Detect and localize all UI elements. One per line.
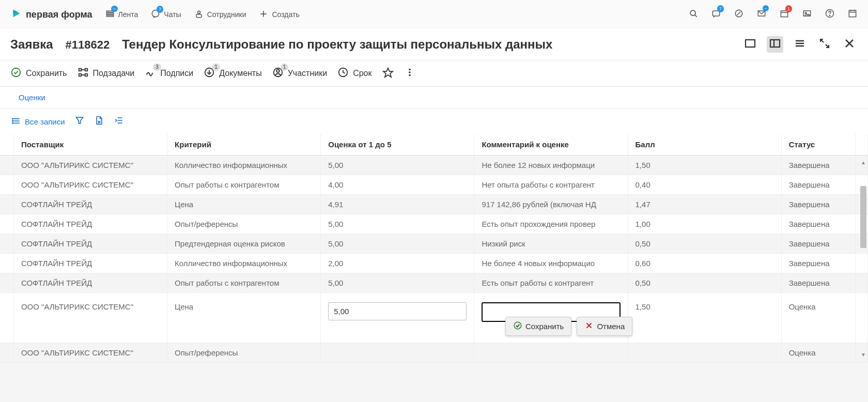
svg-rect-21 — [849, 10, 856, 17]
cell-comment — [474, 343, 628, 363]
subtasks-button[interactable]: Подзадачи — [78, 67, 135, 80]
schedule-icon — [847, 8, 858, 21]
clock-icon — [337, 67, 349, 80]
signatures-label: Подписи — [160, 69, 193, 78]
filters-bar: Все записи — [0, 109, 868, 134]
documents-label: Документы — [219, 69, 261, 78]
svg-rect-7 — [196, 14, 202, 17]
svg-rect-37 — [79, 74, 81, 76]
check-circle-icon — [10, 67, 22, 80]
table-row[interactable]: СОФТЛАЙН ТРЕЙДКолличество информационных… — [0, 254, 868, 273]
table-row[interactable]: ООО "АЛЬТИРИКС СИСТЕМС"Опыт/референсыОце… — [0, 343, 868, 363]
filter-button[interactable] — [74, 115, 85, 128]
nav-chats[interactable]: 7 Чаты — [150, 9, 181, 21]
single-pane-icon — [744, 37, 756, 52]
table-row[interactable]: ООО "АЛЬТИРИКС СИСТЕМС"Цена1,50Оценка — [0, 293, 868, 343]
indent-button[interactable] — [114, 115, 124, 128]
page-id: #118622 — [66, 38, 110, 52]
cell-supplier: ООО "АЛЬТИРИКС СИСТЕМС" — [13, 175, 167, 195]
table-row[interactable]: ООО "АЛЬТИРИКС СИСТЕМС"Колличество инфор… — [0, 156, 868, 175]
view-list-button[interactable] — [792, 36, 808, 53]
cell-score: 5,00 — [321, 156, 474, 175]
col-ball[interactable]: Балл — [628, 134, 781, 156]
table-row[interactable]: СОФТЛАЙН ТРЕЙДОпыт/референсы5,00Есть опы… — [0, 214, 868, 234]
list-icon — [794, 37, 806, 52]
table-row[interactable]: СОФТЛАЙН ТРЕЙДОпыт работы с контрагентом… — [0, 273, 868, 293]
all-records-label: Все записи — [25, 117, 65, 126]
scroll-thumb[interactable] — [860, 186, 866, 248]
nav-staff[interactable]: Сотрудники — [194, 9, 246, 21]
media-button[interactable] — [802, 8, 812, 21]
cell-comment: Низкий риск — [474, 234, 628, 254]
schedule-button[interactable] — [847, 8, 858, 21]
svg-rect-4 — [106, 15, 113, 17]
scroll-up-icon[interactable]: ▲ — [861, 160, 866, 165]
cell-supplier: СОФТЛАЙН ТРЕЙД — [13, 195, 167, 214]
participants-button[interactable]: 1 Участники — [272, 67, 327, 80]
announce-button[interactable] — [734, 8, 744, 21]
table-row[interactable]: ООО "АЛЬТИРИКС СИСТЕМС"Опыт работы с кон… — [0, 175, 868, 195]
list-lines-icon — [11, 116, 22, 128]
tabs: Оценки — [0, 87, 868, 109]
col-comment[interactable]: Комментарий к оценке — [474, 134, 628, 156]
subtasks-label: Подзадачи — [93, 69, 135, 78]
table-row[interactable]: СОФТЛАЙН ТРЕЙДПредтендерная оценка риско… — [0, 234, 868, 254]
col-supplier[interactable]: Поставщик — [13, 134, 167, 156]
signatures-button[interactable]: 3 Подписи — [145, 67, 193, 80]
documents-button[interactable]: 1 Документы — [204, 67, 261, 80]
inline-save-label: Сохранить — [525, 322, 564, 331]
close-button[interactable] — [841, 36, 858, 53]
chats-badge: 7 — [157, 6, 163, 13]
tab-ratings[interactable]: Оценки — [10, 87, 54, 109]
cell-score: 2,00 — [321, 254, 474, 273]
export-button[interactable] — [94, 115, 104, 128]
inbox-button[interactable]: - — [756, 8, 767, 21]
vertical-scrollbar[interactable]: ▲ ▼ — [860, 160, 867, 358]
expand-button[interactable] — [816, 36, 833, 53]
cell-criteria: Колличество информационных — [167, 254, 321, 273]
col-status[interactable]: Статус — [781, 134, 855, 156]
svg-point-18 — [805, 12, 807, 14]
nav-create[interactable]: Создать — [258, 9, 299, 21]
inline-cancel-button[interactable]: Отмена — [577, 317, 632, 336]
more-button[interactable] — [404, 67, 415, 80]
cell-comment: Есть опыт прохождения провер — [474, 214, 628, 234]
cell-supplier: СОФТЛАЙН ТРЕЙД — [13, 214, 167, 234]
all-records-button[interactable]: Все записи — [11, 116, 65, 128]
calendar-button[interactable]: 1 — [779, 8, 789, 21]
svg-rect-25 — [746, 40, 755, 47]
feed-badge: – — [111, 6, 118, 12]
svg-point-54 — [12, 118, 13, 119]
cell-ball: 0,40 — [628, 175, 781, 195]
nav-feed[interactable]: – Лента — [105, 9, 138, 21]
col-criteria[interactable]: Критерий — [167, 134, 321, 156]
help-button[interactable] — [825, 8, 835, 21]
col-score[interactable]: Оценка от 1 до 5 — [321, 134, 474, 156]
inline-save-button[interactable]: Сохранить — [505, 317, 572, 336]
save-label: Сохранить — [26, 69, 67, 78]
cell-ball — [628, 343, 781, 363]
logo[interactable]: первая форма — [10, 8, 92, 22]
cell-criteria: Цена — [167, 195, 321, 214]
favorite-button[interactable] — [382, 67, 394, 80]
page-title: Тендер Консультирование по проекту защит… — [122, 37, 552, 52]
cell-criteria: Опыт/референсы — [167, 214, 321, 234]
svg-marker-47 — [383, 68, 392, 77]
save-button[interactable]: Сохранить — [10, 67, 67, 80]
deadline-button[interactable]: Срок — [337, 67, 371, 80]
cell-supplier: ООО "АЛЬТИРИКС СИСТЕМС" — [13, 156, 167, 175]
cell-ball: 0,50 — [628, 234, 781, 254]
search-button[interactable] — [688, 8, 699, 21]
svg-rect-39 — [85, 74, 87, 76]
logo-icon — [10, 8, 22, 22]
messages-button[interactable]: 7 — [711, 8, 721, 21]
svg-rect-38 — [85, 69, 87, 71]
cell-ball: 1,50 — [628, 293, 781, 343]
view-split-button[interactable] — [767, 36, 783, 53]
cell-supplier: СОФТЛАЙН ТРЕЙД — [13, 234, 167, 254]
table-row[interactable]: СОФТЛАЙН ТРЕЙДЦена4,91917 142,86 рублей … — [0, 195, 868, 214]
view-single-button[interactable] — [742, 36, 758, 53]
score-input[interactable] — [328, 302, 467, 320]
scroll-down-icon[interactable]: ▼ — [861, 352, 866, 358]
svg-point-35 — [12, 68, 21, 77]
